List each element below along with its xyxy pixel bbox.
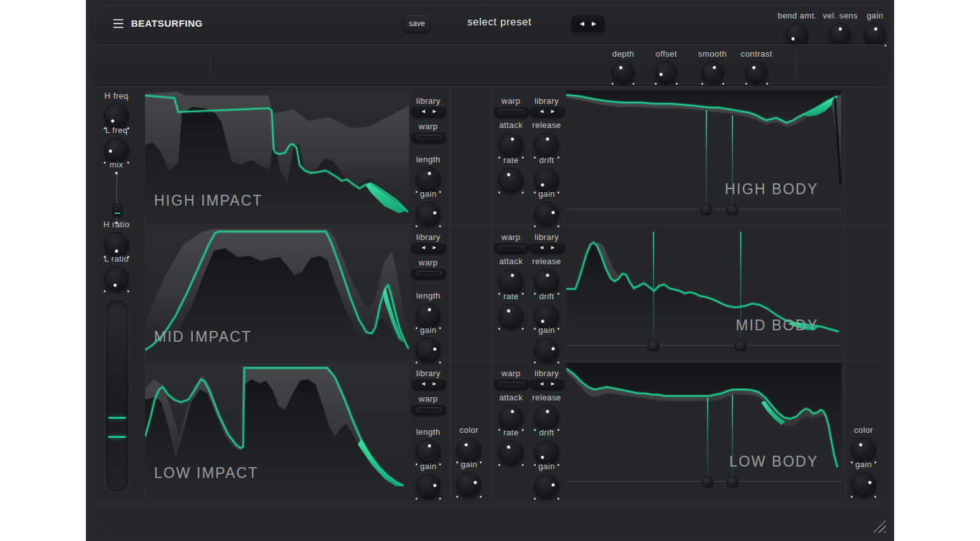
rate-knob[interactable] [499,440,523,465]
prev-preset-icon[interactable]: ◀ [580,20,584,27]
color-knob[interactable] [457,438,481,462]
next-icon[interactable]: ▶ [433,109,436,114]
color-knob[interactable] [851,438,876,462]
library-selector[interactable]: ◀▶ [530,106,564,117]
mid-impact-wave[interactable]: MID IMPACT [145,227,409,351]
marker-slider[interactable] [566,209,841,209]
high-impact-wave[interactable]: HIGH IMPACT [145,90,409,215]
warp-slider[interactable] [494,378,529,390]
drift-group: drift [529,292,564,328]
warp-slider[interactable] [494,242,529,253]
release-label: release [532,393,561,402]
marker-handle[interactable] [727,204,738,215]
library-selector[interactable]: ◀▶ [530,242,564,253]
library-selector[interactable]: ◀▶ [412,106,446,117]
next-icon[interactable]: ▶ [433,245,436,250]
next-icon[interactable]: ▶ [551,245,554,250]
mix-slider[interactable] [113,173,120,223]
lratio-knob[interactable] [104,267,129,291]
hratio-knob[interactable] [104,232,129,256]
release-knob[interactable] [535,269,559,293]
marker-handle[interactable] [702,476,713,488]
gain-knob[interactable] [457,472,481,496]
gain-knob[interactable] [535,474,559,498]
release-knob[interactable] [535,133,559,157]
prev-icon[interactable]: ◀ [540,109,543,114]
plugin-window: { "accent": "#1fd395", "brand": "BEATSUR… [86,0,894,541]
drift-group: drift [529,428,564,465]
low-impact-wave[interactable]: LOW IMPACT [145,363,409,488]
smooth-knob[interactable] [702,62,724,83]
high-body-wave[interactable]: HIGH BODY [566,90,841,215]
marker-handle[interactable] [735,340,746,351]
level-fader[interactable] [105,299,129,493]
save-button[interactable]: save [403,15,430,32]
attack-knob[interactable] [499,269,523,293]
gain-knob[interactable] [416,338,440,362]
lfreq-knob[interactable] [104,138,129,162]
prev-icon[interactable]: ◀ [422,245,425,250]
menu-icon[interactable] [113,19,123,28]
warp-slider[interactable] [412,267,446,279]
marker-handle[interactable] [701,204,712,215]
low-body-wave[interactable]: LOW BODY [566,363,841,488]
marker-slider[interactable] [566,481,841,482]
bend-amt-knob[interactable] [787,24,808,45]
library-selector[interactable]: ◀▶ [530,378,564,390]
length-group: length [409,155,447,192]
bottom-strip [94,504,888,536]
marker-line [706,110,707,207]
drift-label: drift [539,155,554,165]
prev-icon[interactable]: ◀ [422,381,425,386]
rate-knob[interactable] [499,168,523,192]
length-knob[interactable] [416,440,440,464]
offset-knob[interactable] [655,62,677,83]
library-selector[interactable]: ◀▶ [412,242,446,253]
fader-line [108,417,126,419]
depth-knob[interactable] [612,62,634,83]
resize-grip-icon[interactable] [869,516,886,533]
rate-knob[interactable] [499,304,523,328]
gain-knob[interactable] [535,202,559,226]
prev-icon[interactable]: ◀ [540,381,543,386]
color-group: color [450,425,488,462]
gain-knob[interactable] [416,202,440,226]
warp-slider[interactable] [494,106,529,117]
hfreq-knob[interactable] [104,104,129,128]
attack-knob[interactable] [499,133,523,157]
smooth-label: smooth [698,49,727,59]
marker-handle[interactable] [727,476,738,488]
preset-selector[interactable]: select preset [439,17,560,28]
row-separator [146,360,885,361]
next-preset-icon[interactable]: ▶ [592,20,596,27]
attack-knob[interactable] [499,405,523,430]
gain-knob[interactable] [851,472,876,496]
warp-slider[interactable] [412,404,446,415]
gain-knob[interactable] [416,474,440,498]
next-icon[interactable]: ▶ [551,381,554,386]
vel-sens-knob[interactable] [829,24,851,45]
release-knob[interactable] [535,405,559,430]
length-knob[interactable] [416,304,440,328]
marker-handle[interactable] [648,340,659,351]
next-icon[interactable]: ▶ [551,109,554,114]
prev-icon[interactable]: ◀ [422,109,425,114]
marker-line [653,232,654,344]
marker-slider[interactable] [566,345,841,346]
release-group: release [529,393,564,430]
mix-slider-handle[interactable] [113,204,122,216]
preset-nav[interactable]: ◀ ▶ [570,14,606,33]
contrast-knob[interactable] [746,62,767,83]
next-icon[interactable]: ▶ [433,381,436,386]
length-knob[interactable] [416,167,440,192]
rate-label: rate [503,155,519,165]
mid-body-wave[interactable]: MID BODY [566,227,841,351]
depth-group: depth [612,49,634,83]
warp-slider[interactable] [412,131,446,143]
rate-label: rate [503,428,519,437]
library-selector[interactable]: ◀▶ [412,378,446,390]
master-gain-knob[interactable] [864,24,886,45]
gain-knob[interactable] [535,338,559,362]
prev-icon[interactable]: ◀ [540,245,543,250]
brand-title: BEATSURFING [131,18,203,29]
